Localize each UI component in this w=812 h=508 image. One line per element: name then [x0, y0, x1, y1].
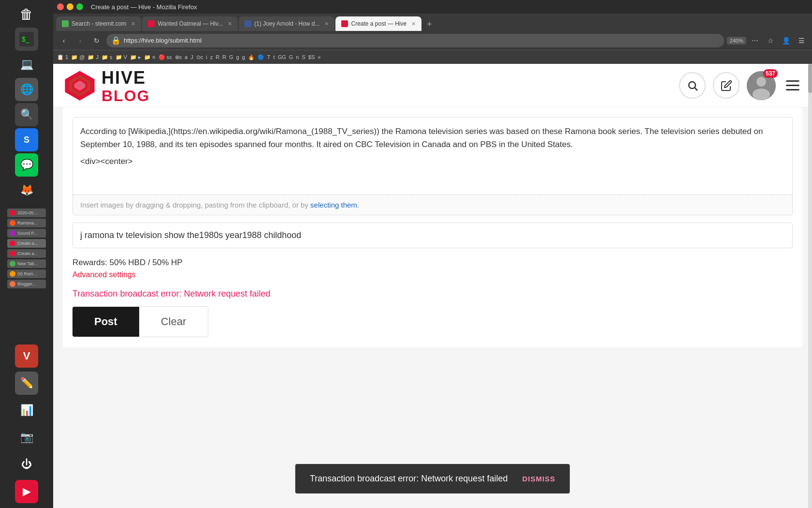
os-icon-globe[interactable]: 🌐 — [15, 78, 38, 101]
os-icon-s[interactable]: S — [15, 128, 38, 151]
tab-close-icon[interactable]: ✕ — [131, 21, 135, 27]
bookmark-item[interactable]: 📁 ≡ — [144, 54, 155, 60]
menu-button[interactable]: ☰ — [795, 34, 808, 47]
bookmark-item[interactable]: 📋 1 — [57, 54, 68, 60]
bookmark-item[interactable]: t — [274, 54, 275, 60]
bookmark-item[interactable]: 📁 V — [116, 54, 127, 60]
os-icon-v[interactable]: V — [15, 344, 38, 368]
os-icon-laptop[interactable]: 💻 — [15, 53, 38, 76]
taskbar-item[interactable]: New Tab... — [7, 259, 46, 268]
tab-favicon — [245, 20, 251, 27]
account-button[interactable]: 👤 — [779, 34, 793, 47]
taskbar-item[interactable]: Blogger... — [7, 280, 46, 288]
clear-button[interactable]: Clear — [139, 306, 209, 337]
bookmark-item[interactable]: 🔥 — [248, 54, 255, 60]
os-icon-search[interactable]: 🔍 — [15, 103, 38, 126]
bookmark-overflow[interactable]: » — [318, 54, 320, 60]
os-icon-monitor[interactable]: 📊 — [15, 399, 38, 422]
os-icon-terminal[interactable]: $_ — [15, 28, 38, 51]
taskbar-item[interactable]: 2020-05-... — [7, 209, 46, 217]
content-area: HIVE BLOG — [53, 64, 812, 508]
taskbar-item[interactable]: Create a... — [7, 249, 46, 258]
tab-favicon — [62, 20, 69, 27]
taskbar-item[interactable]: Ramona... — [7, 219, 46, 227]
image-drop-area[interactable]: Insert images by dragging & dropping, pa… — [73, 195, 792, 215]
scroll-thumb[interactable] — [808, 64, 812, 93]
bookmark-item[interactable]: ⊙c — [196, 54, 203, 60]
toast-notification: Transaction broadcast error: Network req… — [295, 464, 570, 493]
tab-steemit[interactable]: Search - steemit.com ✕ — [56, 16, 141, 31]
new-tab-button[interactable]: + — [422, 17, 436, 31]
bookmark-item[interactable]: G — [289, 54, 293, 60]
bookmark-item[interactable]: 📁 ▸ — [130, 54, 141, 60]
compose-button[interactable] — [713, 72, 740, 99]
os-icon-firefox[interactable]: 🦊 — [15, 179, 38, 202]
os-icon-edit[interactable]: ✏️ — [15, 372, 38, 395]
bookmark-item[interactable]: ⊕s — [175, 54, 182, 60]
tab-close-icon[interactable]: ✕ — [228, 21, 232, 27]
image-drop-text: Insert images by dragging & dropping, pa… — [80, 201, 310, 209]
tags-input[interactable]: j ramona tv television show the1980s yea… — [72, 223, 793, 248]
taskbar-item[interactable]: Sound P... — [7, 229, 46, 238]
os-icon-trash[interactable]: 🗑 — [15, 2, 38, 26]
bookmark-item[interactable]: $S — [308, 54, 315, 60]
os-bottom-icons: V ✏️ 📊 📷 ⏻ ▶ — [15, 344, 38, 508]
os-icon-chat[interactable]: 💬 — [15, 153, 38, 177]
bookmark-item[interactable]: a — [185, 54, 188, 60]
forward-button[interactable]: › — [73, 34, 87, 47]
os-icon-power[interactable]: ⏻ — [15, 453, 38, 476]
bookmark-item[interactable]: g — [242, 54, 245, 60]
tab-close-icon[interactable]: ✕ — [324, 21, 329, 27]
image-select-link[interactable]: selecting them. — [310, 201, 359, 209]
taskbar-item[interactable]: Create a... — [7, 239, 46, 248]
bookmark-item[interactable]: i — [206, 54, 207, 60]
maximize-window-button[interactable] — [76, 3, 83, 10]
minimize-window-button[interactable] — [67, 3, 73, 10]
bookmark-item[interactable]: n — [296, 54, 299, 60]
error-message: Transaction broadcast error: Network req… — [72, 289, 793, 299]
bookmark-item[interactable]: R — [222, 54, 226, 60]
dismiss-button[interactable]: DISMISS — [522, 475, 555, 483]
bookmark-item[interactable]: J — [190, 54, 193, 60]
hive-logo-diamond — [63, 69, 97, 103]
tab-label: Search - steemit.com — [72, 20, 126, 27]
address-bar[interactable]: 🔒 https://hive.blog/submit.html — [106, 34, 724, 47]
bookmark-item[interactable]: g — [236, 54, 239, 60]
tab-create-post[interactable]: Create a post — Hive ✕ — [335, 16, 421, 31]
extensions-button[interactable]: ⋯ — [748, 34, 762, 47]
hamburger-menu-button[interactable] — [783, 76, 802, 95]
toast-message: Transaction broadcast error: Network req… — [310, 474, 508, 484]
scroll-track[interactable] — [808, 64, 812, 508]
bookmark-item[interactable]: S — [302, 54, 305, 60]
bookmark-item[interactable]: 📁 @ — [71, 54, 85, 60]
tab-oatmeal[interactable]: Wanted Oatmeal — Hiv... ✕ — [142, 16, 238, 31]
bookmark-item[interactable]: 📁 s — [102, 54, 113, 60]
close-window-button[interactable] — [57, 3, 64, 10]
bookmark-item[interactable]: R — [216, 54, 219, 60]
bookmark-button[interactable]: ☆ — [764, 34, 777, 47]
notification-badge: 537 — [763, 69, 778, 78]
bookmark-item[interactable]: 🔴 ss — [159, 54, 172, 60]
title-bar: Create a post — Hive - Mozilla Firefox — [53, 0, 812, 14]
rewards-section: Rewards: 50% HBD / 50% HP Advanced setti… — [72, 258, 793, 279]
os-icon-arrow[interactable]: ▶ — [15, 480, 38, 503]
hive-logo: HIVE BLOG — [63, 68, 150, 104]
taskbar-item[interactable]: (9) Ram... — [7, 269, 46, 278]
tab-close-icon[interactable]: ✕ — [411, 21, 416, 27]
bookmark-item[interactable]: z — [210, 54, 213, 60]
search-button[interactable] — [679, 72, 706, 99]
bookmark-item[interactable]: GG — [278, 54, 286, 60]
tab-joey[interactable]: (1) Joey Arnold - How d... ✕ — [239, 16, 334, 31]
avatar-wrap[interactable]: 537 — [747, 71, 776, 100]
bookmark-item[interactable]: G — [229, 54, 233, 60]
os-icon-camera[interactable]: 📷 — [15, 426, 38, 449]
editor-content[interactable]: According to [Wikipedia,](https://en.wik… — [73, 118, 792, 195]
reload-button[interactable]: ↻ — [90, 34, 103, 47]
advanced-settings-link[interactable]: Advanced settings — [72, 270, 136, 279]
bookmark-item[interactable]: 🔵 — [258, 54, 264, 60]
bookmark-item[interactable]: 📁 J — [87, 54, 99, 60]
post-button[interactable]: Post — [72, 307, 139, 337]
editor-area[interactable]: According to [Wikipedia,](https://en.wik… — [72, 117, 793, 215]
bookmark-item[interactable]: T — [267, 54, 271, 60]
back-button[interactable]: ‹ — [57, 34, 71, 47]
